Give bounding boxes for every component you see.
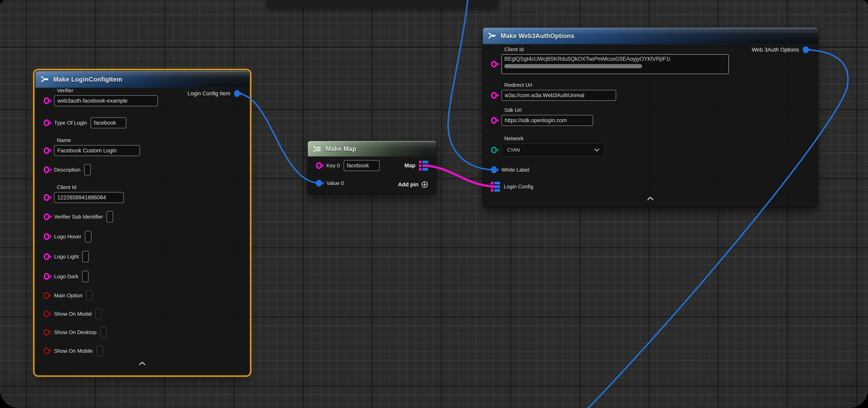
description-input[interactable] xyxy=(84,164,91,175)
pin-row-logo-light: Logo Light xyxy=(43,251,89,263)
pin-label: Client Id xyxy=(57,184,124,191)
node-make-map[interactable]: Make Map Key 0 Map Value 0 Add pin xyxy=(308,141,436,194)
pin-label: Description xyxy=(54,167,81,173)
string-pin-description[interactable] xyxy=(43,166,51,174)
make-struct-icon xyxy=(488,32,497,40)
pin-label: Name xyxy=(57,137,140,143)
pin-label: Key 0 xyxy=(327,163,340,169)
pin-label: Verifier Sub Identifier xyxy=(54,214,103,220)
pin-label: White Label xyxy=(501,167,529,173)
plus-circle-icon xyxy=(421,181,428,188)
pin-label: Login Config xyxy=(504,183,533,190)
bool-pin-show-on-mobile[interactable] xyxy=(43,347,51,355)
node-title: Make LoginConfigItem xyxy=(53,76,122,83)
show-on-modal-checkbox[interactable] xyxy=(95,309,102,319)
offscreen-node-bottom[interactable] xyxy=(267,0,498,8)
chevron-down-icon xyxy=(594,148,599,151)
pin-label: Logo Hover xyxy=(54,234,81,240)
verifier-sub-identifier-input[interactable] xyxy=(106,211,113,223)
pin-label: Type Of Login xyxy=(54,120,87,126)
pin-label: Main Option xyxy=(54,293,83,299)
string-pin-sdk-url[interactable] xyxy=(491,116,498,125)
make-struct-icon xyxy=(41,76,49,83)
bool-pin-show-on-modal[interactable] xyxy=(43,310,51,318)
logo-dark-input[interactable] xyxy=(82,271,89,282)
pin-row-client-id: Client Id xyxy=(43,184,124,203)
client-id-text: BEglQSgt4cUWcj6SKRdu5QkOXTsePmMcusG5EAoy… xyxy=(504,56,726,62)
horizontal-scrollbar[interactable] xyxy=(504,64,642,68)
string-pin-logo-hover[interactable] xyxy=(43,233,51,241)
pin-row-key-0: Key 0 xyxy=(316,160,380,171)
output-row-web3auth-options: Web 3Auth Options xyxy=(752,44,810,56)
chevron-up-icon xyxy=(139,362,146,365)
logo-hover-input[interactable] xyxy=(85,231,91,242)
pin-label: Value 0 xyxy=(327,180,344,186)
pin-label: Network xyxy=(504,135,605,142)
client-id-input[interactable]: BEglQSgt4cUWcj6SKRdu5QkOXTsePmMcusG5EAoy… xyxy=(501,54,729,74)
bool-pin-show-on-desktop[interactable] xyxy=(43,328,51,336)
bool-pin-main-option[interactable] xyxy=(43,292,51,300)
collapse-node-button[interactable] xyxy=(138,361,147,366)
pin-row-main-option: Main Option xyxy=(43,290,93,301)
redirect-url-input[interactable] xyxy=(501,90,616,101)
node-make-web3authoptions[interactable]: Make Web3AuthOptions Web 3Auth Options C… xyxy=(483,28,818,207)
string-pin-key-0[interactable] xyxy=(316,162,323,170)
pin-row-white-label: White Label xyxy=(491,164,529,176)
client-id-input[interactable] xyxy=(54,192,124,203)
node-title: Make Web3AuthOptions xyxy=(501,32,575,40)
network-dropdown[interactable]: CYAN xyxy=(501,143,605,157)
chevron-up-icon xyxy=(647,197,654,200)
string-pin-redirect-url[interactable] xyxy=(491,91,498,99)
enum-pin-network[interactable] xyxy=(491,146,498,154)
string-pin-type-of-login[interactable] xyxy=(43,119,51,127)
pin-label: Verifier xyxy=(57,88,158,94)
blueprint-graph-canvas[interactable]: Make LoginConfigItem Login Config Item V… xyxy=(0,0,868,408)
pin-row-show-on-mobile: Show On Mobile xyxy=(43,345,103,357)
pin-row-redirect-url: Redirect Url xyxy=(491,82,616,101)
map-output-label: Map xyxy=(404,163,415,169)
node-header[interactable]: Make Web3AuthOptions xyxy=(483,28,818,44)
pin-row-description: Description xyxy=(43,164,91,176)
string-pin-client-id[interactable] xyxy=(491,60,498,68)
pin-row-show-on-modal: Show On Modal xyxy=(43,308,102,320)
collapse-node-button[interactable] xyxy=(646,196,655,201)
pin-row-network: Network CYAN xyxy=(491,135,605,157)
main-option-checkbox[interactable] xyxy=(86,290,93,301)
show-on-desktop-checkbox[interactable] xyxy=(100,327,107,338)
output-row-login-config-item: Login Config Item xyxy=(187,88,241,99)
verifier-input[interactable] xyxy=(54,95,158,106)
pin-label: Client Id xyxy=(504,46,729,53)
show-on-mobile-checkbox[interactable] xyxy=(96,346,103,356)
pin-row-client-id: Client Id BEglQSgt4cUWcj6SKRdu5QkOXTsePm… xyxy=(491,46,729,74)
output-pin-label: Web 3Auth Options xyxy=(752,47,799,53)
pin-label: Logo Light xyxy=(54,253,79,260)
pin-label: Redirect Url xyxy=(504,82,616,88)
pin-row-name: Name xyxy=(43,137,140,156)
node-make-loginconfigitem[interactable]: Make LoginConfigItem Login Config Item V… xyxy=(35,71,249,374)
key-0-input[interactable] xyxy=(344,160,380,171)
network-selected-value: CYAN xyxy=(507,147,520,153)
string-pin-client-id[interactable] xyxy=(43,194,51,202)
string-pin-verifier[interactable] xyxy=(43,97,51,105)
sdk-url-input[interactable] xyxy=(501,115,593,126)
pin-row-logo-hover: Logo Hover xyxy=(43,231,91,242)
node-header[interactable]: Make Map xyxy=(308,141,436,157)
add-pin-row: Add pin xyxy=(398,179,428,191)
make-map-icon xyxy=(313,145,321,152)
string-pin-name[interactable] xyxy=(43,146,51,155)
pin-row-type-of-login: Type Of Login xyxy=(43,117,126,129)
string-pin-logo-light[interactable] xyxy=(43,252,51,261)
pin-label: Show On Mobile xyxy=(54,348,93,354)
node-header[interactable]: Make LoginConfigItem xyxy=(35,71,249,88)
logo-light-input[interactable] xyxy=(82,251,89,262)
output-pin-label: Login Config Item xyxy=(187,91,230,97)
string-pin-logo-dark[interactable] xyxy=(43,272,51,280)
type-of-login-input[interactable] xyxy=(91,117,126,128)
add-pin-button[interactable]: Add pin xyxy=(398,181,428,188)
pin-row-sdk-url: Sdk Url xyxy=(491,107,593,126)
string-pin-verifier-sub-identifier[interactable] xyxy=(43,213,51,221)
pin-label: Logo Dark xyxy=(54,273,79,280)
pin-row-show-on-desktop: Show On Desktop xyxy=(43,327,107,338)
name-input[interactable] xyxy=(54,145,140,156)
pin-row-logo-dark: Logo Dark xyxy=(43,271,89,282)
